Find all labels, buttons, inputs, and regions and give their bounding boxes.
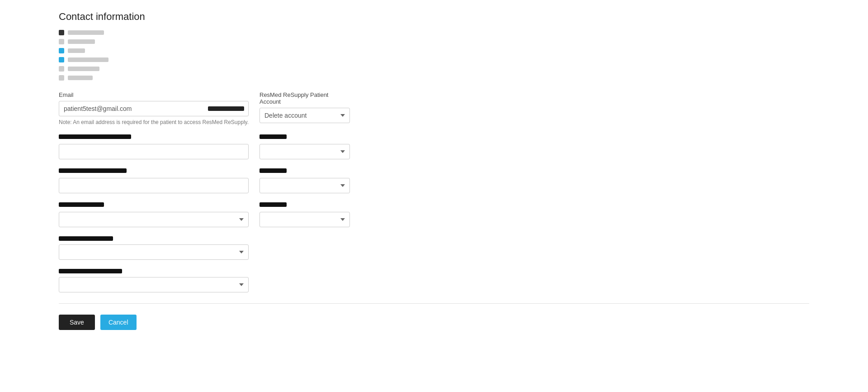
field-label-5	[59, 269, 122, 273]
form-row-1	[59, 134, 809, 159]
nav-label	[68, 67, 99, 71]
nav-label	[68, 30, 104, 35]
select-5[interactable]	[59, 277, 249, 292]
field-label-1b	[259, 134, 287, 139]
field-label-3b	[259, 202, 287, 207]
field-label-2a	[59, 168, 127, 173]
field-label-1a	[59, 134, 131, 139]
nav-icon-blue	[59, 48, 64, 53]
nav-row	[59, 75, 809, 81]
cancel-button[interactable]: Cancel	[100, 315, 137, 330]
text-input-1a[interactable]	[59, 144, 249, 159]
form-single-row-2	[59, 269, 809, 292]
email-label: Email	[59, 91, 249, 98]
email-resmed-row: Email Note: An email address is required…	[59, 91, 809, 125]
text-input-2a[interactable]	[59, 178, 249, 193]
nav-icon-light	[59, 39, 64, 44]
select-3b[interactable]	[259, 212, 350, 227]
divider	[59, 303, 809, 304]
email-label-container: Email	[59, 91, 249, 98]
nav-label	[68, 57, 108, 62]
field-label-2b	[259, 168, 287, 173]
field-label-3a	[59, 202, 104, 207]
page-container: Contact information	[0, 0, 868, 341]
save-button[interactable]: Save	[59, 315, 95, 330]
form-col-left-1	[59, 134, 249, 159]
select-4[interactable]	[59, 244, 249, 260]
select-1b[interactable]	[259, 144, 350, 159]
nav-row	[59, 66, 809, 72]
form-single-row-1	[59, 236, 809, 260]
nav-row	[59, 57, 809, 62]
email-section: Email Note: An email address is required…	[59, 91, 249, 125]
select-2b[interactable]	[259, 178, 350, 193]
email-redact	[208, 106, 244, 111]
form-col-right-1	[259, 134, 350, 159]
nav-row	[59, 30, 809, 35]
form-row-2	[59, 168, 809, 193]
nav-icon-blue	[59, 57, 64, 62]
email-note: Note: An email address is required for t…	[59, 119, 249, 125]
form-col-right-2	[259, 168, 350, 193]
resmed-label: ResMed ReSupply Patient Account	[259, 91, 350, 105]
page-title: Contact information	[59, 11, 809, 23]
form-col-left-2	[59, 168, 249, 193]
nav-label	[68, 39, 95, 44]
nav-label	[68, 48, 85, 53]
resmed-section: ResMed ReSupply Patient Account Delete a…	[259, 91, 350, 123]
nav-row	[59, 39, 809, 44]
email-input-wrapper	[59, 101, 249, 116]
form-col-left-3	[59, 202, 249, 227]
footer-buttons: Save Cancel	[59, 315, 809, 330]
form-col-right-3	[259, 202, 350, 227]
field-label-4	[59, 236, 113, 241]
nav-area	[59, 30, 809, 81]
nav-label	[68, 76, 93, 80]
nav-row	[59, 48, 809, 53]
resmed-select[interactable]: Delete account Create account No account	[259, 108, 350, 123]
nav-icon-dark	[59, 30, 64, 35]
form-row-3	[59, 202, 809, 227]
nav-icon-light	[59, 75, 64, 81]
select-3a[interactable]	[59, 212, 249, 227]
nav-icon-light	[59, 66, 64, 72]
